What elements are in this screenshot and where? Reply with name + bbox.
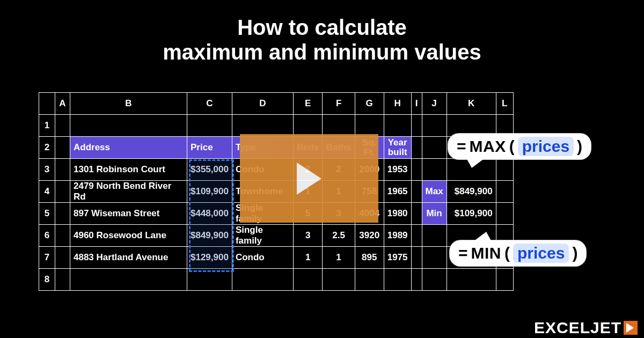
cell-beds[interactable]: 2 — [293, 159, 323, 181]
cell-baths[interactable]: 1 — [323, 247, 355, 269]
cell[interactable] — [422, 159, 447, 181]
cell-year[interactable]: 1975 — [384, 247, 411, 269]
col-F[interactable]: F — [323, 93, 355, 115]
cell[interactable] — [232, 115, 293, 137]
cell[interactable] — [496, 269, 513, 291]
row-4[interactable]: 4 — [39, 181, 55, 203]
cell[interactable] — [355, 269, 384, 291]
col-G[interactable]: G — [355, 93, 384, 115]
row-1[interactable]: 1 — [39, 115, 55, 137]
cell[interactable] — [323, 269, 355, 291]
cell-sqft[interactable]: 3920 — [355, 225, 384, 247]
cell[interactable] — [411, 247, 422, 269]
max-label[interactable]: Max — [422, 181, 447, 203]
cell-baths[interactable]: 1 — [323, 181, 355, 203]
cell[interactable] — [411, 181, 422, 203]
cell-addr[interactable]: 897 Wiseman Street — [70, 203, 187, 225]
cell[interactable] — [496, 203, 513, 225]
hdr-baths[interactable]: Baths — [323, 137, 355, 159]
max-value[interactable]: $849,900 — [447, 181, 496, 203]
cell[interactable] — [293, 115, 323, 137]
min-label[interactable]: Min — [422, 203, 447, 225]
cell[interactable] — [411, 269, 422, 291]
row-6[interactable]: 6 — [39, 225, 55, 247]
hdr-type[interactable]: Type — [232, 137, 293, 159]
cell[interactable] — [55, 203, 70, 225]
cell-year[interactable]: 1980 — [384, 203, 411, 225]
cell-type[interactable]: Townhome — [232, 181, 293, 203]
cell[interactable] — [55, 225, 70, 247]
cell-year[interactable]: 1989 — [384, 225, 411, 247]
cell-sqft[interactable]: 2000 — [355, 159, 384, 181]
cell-type[interactable]: Single family — [232, 225, 293, 247]
cell-sqft[interactable]: 895 — [355, 247, 384, 269]
cell[interactable] — [55, 181, 70, 203]
cell[interactable] — [187, 115, 232, 137]
col-J[interactable]: J — [422, 93, 447, 115]
spreadsheet[interactable]: A B C D E F G H I J K L 1 2 Address Pric… — [39, 92, 514, 291]
cell[interactable] — [411, 115, 422, 137]
cell-price[interactable]: $109,900 — [187, 181, 232, 203]
cell[interactable] — [55, 115, 70, 137]
col-K[interactable]: K — [447, 93, 496, 115]
col-A[interactable]: A — [55, 93, 70, 115]
cell[interactable] — [422, 137, 447, 159]
col-D[interactable]: D — [232, 93, 293, 115]
col-E[interactable]: E — [293, 93, 323, 115]
cell-baths[interactable]: 3 — [323, 203, 355, 225]
cell-addr[interactable]: 2479 North Bend River Rd — [70, 181, 187, 203]
cell[interactable] — [422, 225, 447, 247]
row-8[interactable]: 8 — [39, 269, 55, 291]
col-I[interactable]: I — [411, 93, 422, 115]
cell[interactable] — [411, 225, 422, 247]
cell[interactable] — [293, 269, 323, 291]
col-B[interactable]: B — [70, 93, 187, 115]
cell[interactable] — [411, 203, 422, 225]
cell-type[interactable]: Single family — [232, 203, 293, 225]
cell-type[interactable]: Condo — [232, 159, 293, 181]
row-7[interactable]: 7 — [39, 247, 55, 269]
cell-beds[interactable]: 1 — [293, 247, 323, 269]
cell[interactable] — [70, 115, 187, 137]
cell[interactable] — [411, 137, 422, 159]
col-C[interactable]: C — [187, 93, 232, 115]
cell[interactable] — [55, 269, 70, 291]
cell[interactable] — [323, 115, 355, 137]
cell-price[interactable]: $849,900 — [187, 225, 232, 247]
hdr-beds[interactable]: Beds — [293, 137, 323, 159]
cell-baths[interactable]: 2 — [323, 159, 355, 181]
cell-type[interactable]: Condo — [232, 247, 293, 269]
cell[interactable] — [70, 269, 187, 291]
row-5[interactable]: 5 — [39, 203, 55, 225]
cell-addr[interactable]: 1301 Robinson Court — [70, 159, 187, 181]
cell-beds[interactable]: 5 — [293, 203, 323, 225]
cell[interactable] — [411, 159, 422, 181]
cell-addr[interactable]: 4883 Hartland Avenue — [70, 247, 187, 269]
cell[interactable] — [55, 159, 70, 181]
cell[interactable] — [384, 115, 411, 137]
cell-baths[interactable]: 2.5 — [323, 225, 355, 247]
cell-price[interactable]: $355,000 — [187, 159, 232, 181]
cell[interactable] — [384, 269, 411, 291]
cell[interactable] — [496, 181, 513, 203]
cell-year[interactable]: 1965 — [384, 181, 411, 203]
cell-sqft[interactable]: 758 — [355, 181, 384, 203]
cell[interactable] — [422, 247, 447, 269]
hdr-sqft[interactable]: Sq. Ft. — [355, 137, 384, 159]
cell-beds[interactable]: 1 — [293, 181, 323, 203]
cell-price[interactable]: $448,000 — [187, 203, 232, 225]
cell[interactable] — [232, 269, 293, 291]
hdr-address[interactable]: Address — [70, 137, 187, 159]
cell[interactable] — [422, 269, 447, 291]
row-2[interactable]: 2 — [39, 137, 55, 159]
cell[interactable] — [355, 115, 384, 137]
col-H[interactable]: H — [384, 93, 411, 115]
cell[interactable] — [447, 269, 496, 291]
cell[interactable] — [422, 115, 447, 137]
cell-addr[interactable]: 4960 Rosewood Lane — [70, 225, 187, 247]
cell[interactable] — [187, 269, 232, 291]
cell-sqft[interactable]: 4004 — [355, 203, 384, 225]
hdr-price[interactable]: Price — [187, 137, 232, 159]
cell-year[interactable]: 1953 — [384, 159, 411, 181]
cell-beds[interactable]: 3 — [293, 225, 323, 247]
